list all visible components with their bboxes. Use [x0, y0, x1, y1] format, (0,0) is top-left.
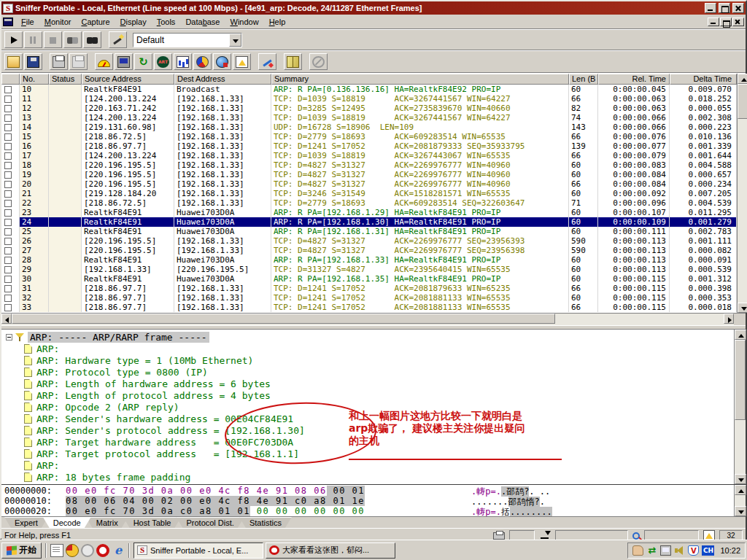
toolbar-alarm-button[interactable] [233, 53, 251, 70]
packet-row[interactable]: 10RealtkF84E91BroadcastARP: R PA=[0.136.… [1, 85, 737, 94]
packet-list-vscrollbar[interactable] [737, 74, 747, 313]
row-checkbox[interactable] [4, 295, 12, 302]
taskbar-task[interactable]: 大家看看这张图，郁闷... [266, 542, 395, 559]
tab-decode[interactable]: Decode [43, 517, 91, 528]
hex-scroll-up-button[interactable] [735, 485, 746, 495]
tab-statistics[interactable]: Statistics [239, 517, 292, 528]
toolbar-print-button[interactable] [50, 53, 68, 70]
decode-item[interactable]: ARP: Hardware type = 1 (10Mb Ethernet) [4, 354, 734, 366]
quicklaunch-notes-icon[interactable] [50, 544, 63, 557]
toolbar-art-button[interactable]: ART [154, 53, 172, 70]
column-header-Delta Time[interactable]: Delta Time [670, 74, 737, 85]
define-filter-button[interactable] [109, 31, 127, 48]
scroll-left-button[interactable] [1, 314, 12, 324]
hex-scroll-down-button[interactable] [735, 506, 746, 516]
row-checkbox[interactable] [4, 228, 12, 236]
packet-row[interactable]: 12[220.163.71.242[192.168.1.33]TCP: D=32… [1, 104, 737, 113]
scroll-up-button[interactable] [738, 74, 747, 84]
packet-row[interactable]: 27[220.196.195.5][192.168.1.33]TCP: D=48… [1, 246, 737, 255]
packet-row[interactable]: 33[218.86.97.7][192.168.1.33]TCP: D=1241… [1, 303, 737, 312]
decode-item[interactable]: ARP: Protocol type = 0800 (IP) [4, 366, 734, 378]
toolbar-book-button[interactable] [284, 53, 302, 70]
row-checkbox[interactable] [4, 219, 12, 226]
packet-row[interactable]: 30RealtkF84E91Huawei703D0AARP: R PA=[192… [1, 274, 737, 284]
column-header-Len (B[interactable]: Len (B [569, 74, 598, 85]
document-icon[interactable] [3, 18, 13, 26]
packet-row[interactable]: 19[220.196.195.5][192.168.1.33]TCP: D=48… [1, 170, 737, 179]
mdi-minimize-button[interactable] [708, 18, 719, 26]
hex-line[interactable]: 00000010:08 00 06 04 00 02 00 e0 4c f8 4… [4, 496, 734, 506]
decode-vscroll-thumb[interactable] [735, 340, 746, 420]
volume-icon[interactable] [674, 545, 685, 556]
combo-dropdown-button[interactable] [229, 34, 241, 47]
toolbar-chart-button[interactable] [174, 53, 192, 70]
packet-row[interactable]: 13[124.200.13.224[192.168.1.33]TCP: D=10… [1, 113, 737, 122]
row-checkbox[interactable] [4, 181, 12, 188]
toolbar-matrix-button[interactable] [134, 53, 152, 70]
menu-display[interactable]: Display [115, 16, 152, 28]
toolbar-save-button[interactable] [24, 53, 42, 70]
scroll-down-button[interactable] [738, 303, 747, 313]
packet-row[interactable]: 16[218.86.97.7][192.168.1.33]TCP: D=1241… [1, 141, 737, 151]
quicklaunch-ie-icon[interactable]: e [112, 544, 125, 557]
row-checkbox[interactable] [4, 86, 12, 93]
packet-row[interactable]: 18[220.196.195.5][192.168.1.33]TCP: D=48… [1, 160, 737, 170]
menu-monitor[interactable]: Monitor [39, 16, 77, 28]
row-checkbox[interactable] [4, 152, 12, 160]
vscroll-thumb[interactable] [738, 84, 747, 119]
column-header-No.[interactable]: No. [20, 74, 49, 85]
row-checkbox[interactable] [4, 114, 12, 122]
column-header-Rel. Time[interactable]: Rel. Time [598, 74, 670, 85]
row-checkbox[interactable] [4, 162, 12, 169]
decode-item[interactable]: ARP: Length of protocol address = 4 byte… [4, 389, 734, 401]
menu-window[interactable]: Window [225, 16, 264, 28]
packet-row[interactable]: 32[218.86.97.7][192.168.1.33]TCP: D=1241… [1, 293, 737, 303]
quicklaunch-pie-icon[interactable] [66, 544, 79, 557]
row-checkbox[interactable] [4, 124, 12, 131]
toolbar-dashboard-button[interactable] [95, 53, 113, 70]
row-checkbox[interactable] [4, 304, 12, 311]
packet-row[interactable]: 21[219.128.184.20[192.168.1.33]TCP: D=32… [1, 189, 737, 198]
tray-display-icon[interactable] [660, 545, 671, 556]
tray-sync-icon[interactable]: ⇄ [646, 545, 657, 556]
start-button[interactable]: 开始 [1, 542, 42, 559]
row-checkbox[interactable] [4, 133, 12, 141]
packet-row[interactable]: 25RealtkF84E91Huawei703D0AARP: R PA=[192… [1, 227, 737, 236]
toolbar-host-button[interactable] [115, 53, 133, 70]
hscroll-thumb[interactable] [12, 314, 555, 324]
mdi-close-button[interactable] [732, 18, 744, 26]
close-button[interactable] [732, 3, 744, 13]
toolbar-open-button[interactable] [4, 53, 23, 70]
profile-combobox[interactable]: Default [133, 33, 242, 47]
stop-and-display-button[interactable] [63, 31, 82, 48]
column-header-Dest Address[interactable]: Dest Address [174, 74, 271, 85]
row-checkbox[interactable] [4, 276, 12, 283]
scroll-right-button[interactable] [724, 314, 734, 324]
mdi-restore-button[interactable] [720, 18, 732, 26]
decode-root-item[interactable]: ARP: ----- ARP/RARP frame ----- [4, 331, 734, 343]
menu-tools[interactable]: Tools [152, 16, 181, 28]
tray-hand-icon[interactable] [632, 545, 643, 556]
row-checkbox[interactable] [4, 285, 12, 292]
decode-item[interactable]: ARP: 18 bytes frame padding [4, 471, 734, 483]
column-header-Status[interactable]: Status [49, 74, 82, 85]
row-checkbox[interactable] [4, 190, 12, 198]
tab-expert[interactable]: Expert [4, 517, 48, 528]
hex-vscrollbar[interactable] [734, 485, 746, 516]
row-checkbox[interactable] [4, 209, 12, 217]
hex-line[interactable]: 00000000:00 e0 fc 70 3d 0a 00 e0 4c f8 4… [4, 486, 734, 496]
quicklaunch-opera-icon[interactable] [96, 544, 109, 557]
minimize-button[interactable] [705, 3, 716, 13]
tab-matrix[interactable]: Matrix [86, 517, 128, 528]
decode-item[interactable]: ARP: Length of hardware address = 6 byte… [4, 378, 734, 389]
packet-row[interactable]: 28RealtkF84E91Huawei703D0AARP: R PA=[192… [1, 255, 737, 265]
column-header-Summary[interactable]: Summary [271, 74, 569, 85]
row-checkbox[interactable] [4, 247, 12, 254]
decode-vscrollbar[interactable] [734, 330, 746, 484]
ime-indicator[interactable]: CH [702, 545, 714, 556]
display-capture-button[interactable] [83, 31, 101, 48]
row-checkbox[interactable] [4, 257, 12, 264]
taskbar-task[interactable]: SSniffer Portable - Local, E... [133, 542, 263, 559]
packet-row[interactable]: 20[220.196.195.5][192.168.1.33]TCP: D=48… [1, 179, 737, 189]
row-checkbox[interactable] [4, 238, 12, 245]
